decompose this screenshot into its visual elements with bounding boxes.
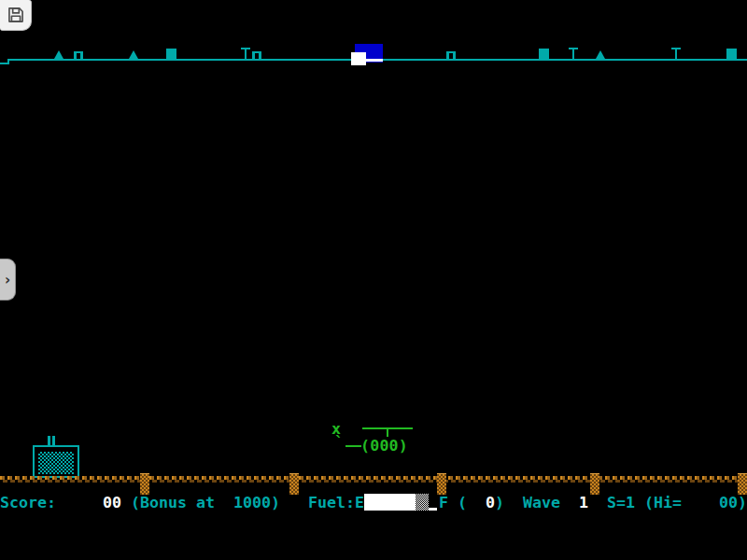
fuel-gauge-fill <box>364 494 416 511</box>
ship-and-hiscore-text: S=1 (Hi= 00) <box>588 494 747 511</box>
terrain-marker-pole <box>241 48 250 60</box>
vehicle-skid <box>366 59 383 62</box>
save-button[interactable] <box>0 0 32 31</box>
fence-post <box>738 473 747 495</box>
terrain-skyline <box>0 0 747 75</box>
floppy-disk-icon <box>7 6 25 24</box>
expand-panel-button[interactable]: › <box>0 259 16 301</box>
terrain-marker-block <box>166 49 176 60</box>
score-value: 00 <box>103 494 121 511</box>
helicopter-tail-tick: ` <box>334 433 344 451</box>
terrain-marker-building <box>74 51 83 59</box>
terrain-marker-pole <box>569 48 578 60</box>
helicopter-body: (000) <box>360 437 408 455</box>
terrain-marker-tree <box>596 50 605 59</box>
fence-post <box>437 473 446 495</box>
terrain-marker-pole <box>671 48 681 60</box>
terrain-marker-building <box>446 51 456 59</box>
ground-strip <box>0 476 747 483</box>
fence-post <box>289 473 299 495</box>
status-bar: Score: 00 (Bonus at 1000) Fuel:E F ( 0) … <box>0 494 747 512</box>
helicopter-tail-boom <box>345 445 361 447</box>
status-right: F ( 0) Wave 1 S=1 (Hi= 00) <box>439 494 747 511</box>
fuel-f-label: F ( <box>439 494 467 511</box>
fuel-gauge-dither <box>416 494 429 511</box>
terrain-marker-building <box>252 51 261 59</box>
game-screen: › x ` (000) Score: 00 (Bonus at 1000) Fu… <box>0 0 747 560</box>
fuel-count-value: 0 <box>467 494 495 511</box>
status-left: Score: 00 (Bonus at 1000) Fuel:E <box>0 494 364 511</box>
terrain-marker-tree <box>54 50 63 59</box>
helicopter-mast <box>387 429 388 437</box>
fuel-gauge <box>364 494 439 511</box>
chevron-right-icon: › <box>5 272 10 288</box>
terrain-marker-tree <box>129 50 138 59</box>
terrain-marker-block <box>726 49 737 60</box>
fuel-gauge-empty <box>429 494 439 511</box>
fence-post <box>590 473 599 495</box>
terrain-marker-block <box>539 49 549 60</box>
vehicle-cab <box>351 52 366 65</box>
blue-vehicle-sprite <box>351 44 383 65</box>
wave-value: 1 <box>579 494 588 511</box>
wave-label: ) Wave <box>495 494 579 511</box>
score-label: Score: <box>0 494 103 511</box>
fence-post <box>140 473 149 495</box>
bonus-and-fuel-label: (Bonus at 1000) Fuel:E <box>121 494 364 511</box>
helicopter-sprite: x ` (000) <box>327 415 420 457</box>
